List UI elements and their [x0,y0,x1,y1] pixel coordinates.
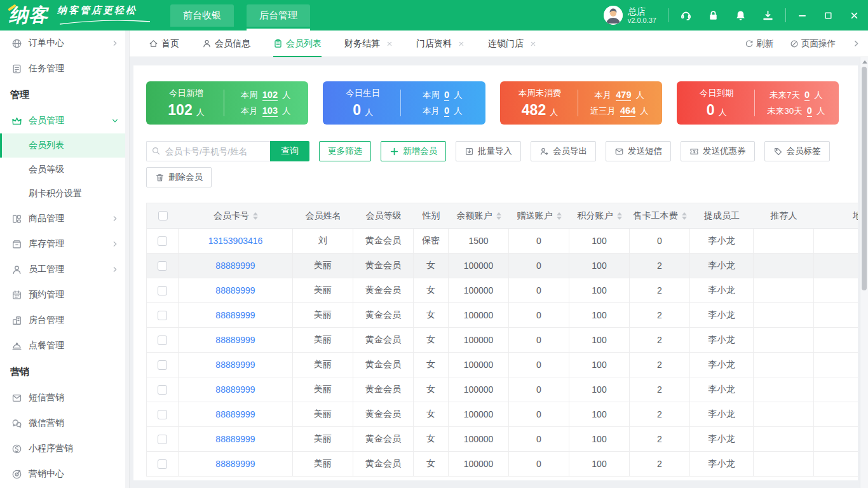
member-card-link[interactable]: 88889999 [215,285,255,295]
stat-line-value[interactable]: 0 [444,90,449,101]
button-label: 删除会员 [168,172,203,183]
tab-close-icon[interactable] [529,40,537,48]
row-checkbox[interactable] [158,311,167,320]
tagline-text: 纳客管店更轻松 [57,4,153,17]
tab-member-list[interactable]: 会员列表 [273,30,322,57]
avatar[interactable] [604,6,623,25]
member-card-link[interactable]: 88889999 [215,459,255,469]
close-button[interactable] [850,11,859,20]
row-checkbox[interactable] [158,459,167,469]
scroll-up-arrow-icon[interactable] [862,60,867,64]
add-member-button[interactable]: 新增会员 [381,141,446,161]
search-input[interactable] [146,141,270,161]
tab-store-info[interactable]: 门店资料 [416,30,465,57]
sidebar-scrollbar[interactable] [125,30,129,488]
cell-text: 黄金会员 [365,409,401,420]
member-card-link[interactable]: 13153903416 [208,236,263,246]
cell-card_fee: 2 [630,303,690,327]
row-checkbox[interactable] [158,360,167,370]
maximize-button[interactable] [824,11,833,20]
stat-line-value[interactable]: 103 [262,105,278,117]
tab-member-info[interactable]: 会员信息 [202,30,250,57]
member-card-link[interactable]: 88889999 [215,409,255,419]
cell-text: 美丽 [314,309,332,321]
chevron-right-icon [111,266,119,273]
batch-import-button[interactable]: 批量导入 [456,141,521,161]
tab-finance-settle[interactable]: 财务结算 [344,30,393,57]
stat-line-value[interactable]: 0 [804,90,810,101]
row-checkbox[interactable] [158,410,167,419]
delete-member-button[interactable]: 删除会员 [146,167,212,187]
row-checkbox[interactable] [158,336,167,345]
sidebar-item-card-points-setting[interactable]: 刷卡积分设置 [0,182,129,206]
refresh-button[interactable]: 刷新 [745,38,773,50]
sidebar-item-member-list[interactable]: 会员列表 [0,133,129,158]
header-nav-frontend-cashier[interactable]: 前台收银 [170,4,234,27]
sort-icon[interactable] [617,212,622,220]
stat-divider [224,90,224,116]
more-filter-button[interactable]: 更多筛选 [319,141,371,161]
member-card-link[interactable]: 88889999 [215,384,255,395]
row-checkbox[interactable] [158,435,167,444]
member-card-link[interactable]: 88889999 [215,261,255,271]
member-card-link[interactable]: 88889999 [215,434,255,444]
sidebar-item-inventory-manage[interactable]: 库存管理 [0,231,129,257]
cell-card_fee: 2 [630,353,690,377]
member-tag-button[interactable]: 会员标签 [764,141,830,161]
sort-icon[interactable] [496,212,501,220]
stat-line-value[interactable]: 0 [444,105,449,117]
sidebar-item-wechat-marketing[interactable]: 微信营销 [0,410,129,436]
tab-chain-stores[interactable]: 连锁门店 [488,30,537,57]
cell-gender: 保密 [414,229,449,253]
sidebar-item-task-manage[interactable]: 任务管理 [0,56,129,81]
stat-line-value[interactable]: 479 [616,90,631,101]
member-card-link[interactable]: 88889999 [215,335,255,345]
stat-line-value[interactable]: 464 [620,105,635,117]
stat-line-value[interactable]: 102 [262,90,278,101]
row-checkbox[interactable] [158,385,167,395]
row-checkbox[interactable] [158,261,167,271]
query-button[interactable]: 查询 [270,141,309,161]
sidebar-item-miniprogram-marketing[interactable]: 小程序营销 [0,436,129,461]
cell-level: 黄金会员 [353,278,414,302]
sidebar-item-goods-manage[interactable]: 商品管理 [0,206,129,231]
page-operations-button[interactable]: 页面操作 [790,38,836,50]
sort-icon[interactable] [253,212,258,220]
row-checkbox[interactable] [158,286,167,295]
tag-icon [773,147,783,156]
member-export-button[interactable]: 会员导出 [531,141,596,161]
stat-line-value[interactable]: 0 [807,105,812,117]
header-nav-backend-manage[interactable]: 后台管理 [247,4,310,27]
sidebar-item-staff-manage[interactable]: 员工管理 [0,257,129,282]
download-button[interactable] [762,10,774,22]
select-all-checkbox[interactable] [158,211,168,220]
row-checkbox[interactable] [158,236,167,246]
sidebar-item-sms-marketing[interactable]: 短信营销 [0,385,129,410]
customer-service-button[interactable] [680,10,692,22]
sidebar-item-reservation-manage[interactable]: 预约管理 [0,282,129,308]
sidebar-item-dining-manage[interactable]: 点餐管理 [0,333,129,358]
sidebar-item-member-manage[interactable]: 会员管理 [0,108,129,133]
notification-button[interactable] [735,10,747,22]
cell-card_no: 88889999 [179,452,293,476]
sidebar-item-member-level[interactable]: 会员等级 [0,158,129,182]
stat-line: 本月103人 [241,105,291,117]
sidebar-item-room-manage[interactable]: 房台管理 [0,308,129,333]
scrollbar-thumb[interactable] [862,67,867,290]
minimize-button[interactable] [797,11,807,20]
cell-text: 100000 [464,360,494,370]
lock-button[interactable] [707,10,719,22]
tab-close-icon[interactable] [458,40,465,48]
send-coupon-button[interactable]: 发送优惠券 [681,141,755,161]
sort-icon[interactable] [682,212,687,220]
sort-icon[interactable] [557,212,562,220]
sidebar-item-marketing-center[interactable]: 营销中心 [0,461,129,487]
vertical-scrollbar[interactable] [860,57,868,488]
tabs-scroll-right-icon[interactable] [852,39,860,48]
sidebar-item-order-center[interactable]: 订单中心 [0,30,129,56]
tab-home[interactable]: 首页 [149,30,179,57]
send-sms-button[interactable]: 发送短信 [606,141,671,161]
member-card-link[interactable]: 88889999 [215,360,255,370]
member-card-link[interactable]: 88889999 [215,310,255,320]
tab-close-icon[interactable] [386,40,393,48]
